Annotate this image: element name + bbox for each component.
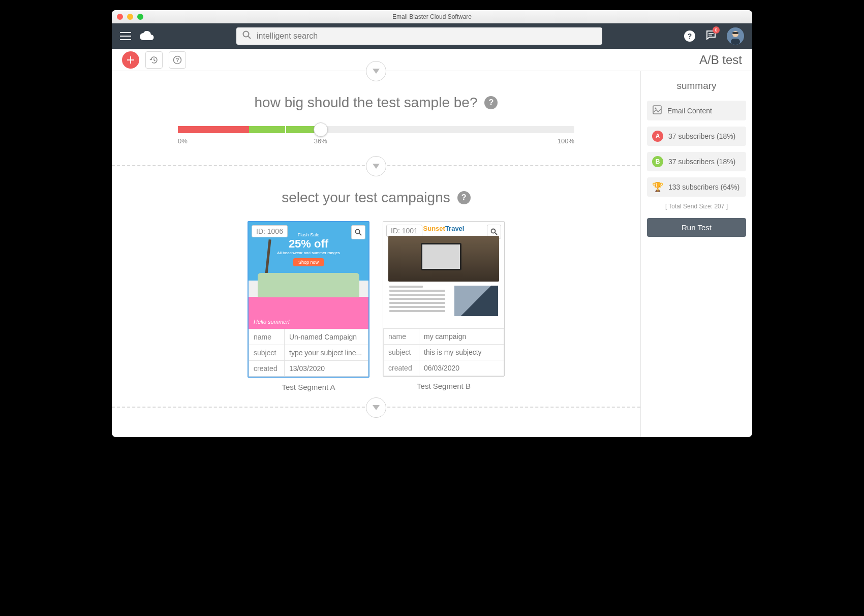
segment-b-badge: B xyxy=(652,156,663,167)
slider-value-label: 36% xyxy=(314,137,327,145)
svg-point-21 xyxy=(491,229,496,233)
campaign-thumb-a: ID: 1006 Flash Sale 25% off All beachwea… xyxy=(249,222,368,329)
campaign-thumb-b: ID: 1001 SunsetTravel xyxy=(383,222,504,328)
summary-winner: 🏆 133 subscribers (64%) xyxy=(647,177,746,197)
slider-handle[interactable] xyxy=(314,122,328,137)
campaign-b-brand: SunsetTravel xyxy=(423,225,465,232)
svg-rect-10 xyxy=(732,32,738,34)
summary-total: [ Total Send Size: 207 ] xyxy=(647,203,746,210)
campaigns-header: select your test campaigns ? xyxy=(112,190,640,206)
slider-segment-a xyxy=(178,126,249,133)
svg-line-4 xyxy=(249,37,251,39)
search-box[interactable] xyxy=(236,27,602,45)
campaign-card-a[interactable]: ID: 1006 Flash Sale 25% off All beachwea… xyxy=(248,221,369,391)
svg-rect-9 xyxy=(731,39,740,45)
search-icon xyxy=(242,30,252,42)
top-right-actions: ? 0 xyxy=(684,27,744,45)
svg-point-3 xyxy=(243,32,249,37)
svg-text:?: ? xyxy=(176,57,179,63)
svg-line-14 xyxy=(154,60,156,61)
section-collapse-top[interactable] xyxy=(366,61,386,81)
campaign-a-meta: nameUn-named Campaign subjecttype your s… xyxy=(249,329,368,377)
slider-min-label: 0% xyxy=(178,137,188,145)
search-input[interactable] xyxy=(257,32,596,41)
campaigns-help-icon[interactable]: ? xyxy=(457,191,471,204)
menu-button[interactable] xyxy=(120,32,131,41)
sample-slider: 0% 36% 100% xyxy=(178,126,574,145)
svg-line-22 xyxy=(495,233,497,235)
svg-marker-23 xyxy=(373,405,380,410)
add-button[interactable] xyxy=(122,51,139,69)
top-nav: ? 0 xyxy=(112,23,752,49)
svg-marker-18 xyxy=(373,164,380,169)
svg-point-25 xyxy=(655,108,657,109)
app-window: Email Blaster Cloud Software ? 0 xyxy=(112,10,752,437)
titlebar: Email Blaster Cloud Software xyxy=(112,10,752,23)
search-container xyxy=(163,27,676,45)
summary-segment-b: B 37 subscribers (18%) xyxy=(647,152,746,171)
sample-size-header: how big should the test sample be? ? xyxy=(112,95,640,111)
campaign-card-b[interactable]: ID: 1001 SunsetTravel namemy campaign xyxy=(383,221,505,391)
summary-panel: summary Email Content A 37 subscribers (… xyxy=(640,71,752,437)
toolbar: ? A/B test xyxy=(112,49,752,71)
campaign-b-id: ID: 1001 xyxy=(386,225,422,237)
cloud-icon[interactable] xyxy=(139,31,155,41)
campaigns-heading: select your test campaigns xyxy=(282,190,450,206)
campaign-a-segment-label: Test Segment A xyxy=(248,383,369,391)
sample-size-heading: how big should the test sample be? xyxy=(255,95,478,111)
campaign-b-meta: namemy campaign subjectthis is my subjec… xyxy=(383,328,504,376)
summary-segment-a: A 37 subscribers (18%) xyxy=(647,127,746,146)
trophy-icon: 🏆 xyxy=(652,181,663,193)
section-collapse-bottom[interactable] xyxy=(366,397,386,418)
help-toolbar-button[interactable]: ? xyxy=(169,51,186,69)
main-panel: how big should the test sample be? ? 0% … xyxy=(112,71,640,437)
window-title: Email Blaster Cloud Software xyxy=(112,13,752,20)
slider-segment-b xyxy=(249,126,320,133)
campaign-card-a-frame: ID: 1006 Flash Sale 25% off All beachwea… xyxy=(248,221,369,378)
slider-max-label: 100% xyxy=(558,137,574,145)
slider-ticks: 0% 36% 100% xyxy=(178,137,574,145)
help-button[interactable]: ? xyxy=(684,30,695,42)
chat-badge: 0 xyxy=(713,26,720,34)
summary-heading: summary xyxy=(647,80,746,91)
chat-button[interactable]: 0 xyxy=(705,29,717,43)
page-title: A/B test xyxy=(699,53,742,67)
section-collapse-mid[interactable] xyxy=(366,156,386,176)
slider-track[interactable] xyxy=(178,126,574,133)
sample-size-help-icon[interactable]: ? xyxy=(484,96,498,109)
svg-marker-17 xyxy=(373,69,380,74)
campaign-cards: ID: 1006 Flash Sale 25% off All beachwea… xyxy=(112,221,640,407)
summary-email-content[interactable]: Email Content xyxy=(647,101,746,120)
history-button[interactable] xyxy=(145,51,163,69)
campaign-b-segment-label: Test Segment B xyxy=(383,382,505,390)
run-test-button[interactable]: Run Test xyxy=(647,218,746,237)
content-icon xyxy=(652,105,662,116)
campaign-card-b-frame: ID: 1001 SunsetTravel namemy campaign xyxy=(383,221,505,377)
user-avatar[interactable] xyxy=(727,27,744,45)
body: how big should the test sample be? ? 0% … xyxy=(112,71,752,437)
segment-a-badge: A xyxy=(652,131,663,142)
